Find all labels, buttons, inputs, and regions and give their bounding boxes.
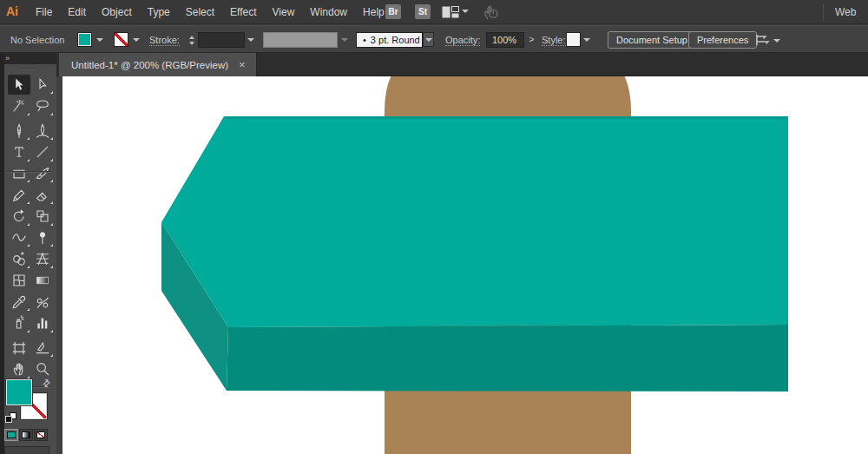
pen-icon [11,123,27,139]
document-tab[interactable]: Untitled-1* @ 200% (RGB/Preview) × [59,53,257,76]
artboard-icon [11,340,27,356]
brushes-panel-button[interactable]: Br [385,4,401,19]
menu-select[interactable]: Select [178,0,222,24]
tab-bar: Untitled-1* @ 200% (RGB/Preview) × [56,53,868,76]
scale-tool[interactable] [31,207,54,227]
tools-panel-grip[interactable] [21,68,36,69]
style-swatch[interactable] [566,32,581,47]
fill-color-swatch[interactable] [77,32,92,47]
flyout-indicator [50,180,53,182]
workspace-switcher[interactable]: Web [835,6,856,18]
symbol-sprayer-tool[interactable] [8,313,30,333]
flyout-indicator [50,91,53,94]
pen-tool[interactable] [8,121,30,141]
flyout-indicator [27,159,30,161]
style-chevron[interactable] [581,32,592,47]
banner-front-face[interactable] [227,325,788,391]
menu-edit[interactable]: Edit [60,0,94,24]
document-canvas[interactable] [56,76,868,454]
width-tool[interactable] [8,227,30,247]
color-mode-button[interactable] [4,429,18,441]
draw-modes-strip[interactable] [4,446,49,454]
puppet-warp-tool[interactable] [31,227,54,247]
hand-icon [11,361,27,377]
gradient-icon [35,273,50,288]
tab-close-icon[interactable]: × [239,59,246,70]
align-chevron[interactable] [773,39,780,43]
slice-tool[interactable] [31,338,54,358]
gradient-mode-button[interactable] [19,429,33,441]
brush-definition-chevron [339,32,350,47]
blend-tool[interactable] [31,292,54,312]
eraser-tool[interactable] [31,185,54,205]
variable-width-profile-chevron[interactable] [423,32,434,47]
rectangle-tool[interactable] [8,163,30,183]
fill-color-chevron[interactable] [94,32,105,47]
column-graph-tool[interactable] [31,313,54,333]
lasso-tool[interactable] [31,96,54,116]
eyedropper-tool[interactable] [8,292,30,312]
opacity-field[interactable]: 100% [486,32,524,48]
magic-wand-tool[interactable] [8,96,30,116]
arrange-documents-chevron[interactable] [462,10,469,13]
opacity-label[interactable]: Opacity: [445,35,480,46]
line-segment-tool[interactable] [31,142,54,162]
flyout-indicator [27,201,30,204]
artboard-tool[interactable] [8,338,30,358]
paintbrush-tool[interactable] [31,163,54,183]
menu-file[interactable]: File [28,0,60,24]
zoom-tool[interactable] [31,359,54,379]
artwork[interactable] [56,76,868,454]
line-icon [35,144,50,160]
direct-selection-tool[interactable] [31,75,54,95]
menu-window[interactable]: Window [302,0,355,24]
pencil-tool[interactable] [8,185,30,205]
arrange-documents-icon[interactable] [442,6,459,18]
selection-status: No Selection [10,35,64,45]
flyout-indicator [50,201,53,204]
gradient-mode-swatch [22,431,30,438]
style-label[interactable]: Style: [542,35,566,46]
graphic-styles-panel-button[interactable]: St [415,4,431,19]
variable-width-profile-field[interactable]: • 3 pt. Round [356,32,423,48]
rotate-icon [11,208,27,224]
tools-panel-header[interactable]: » [0,53,56,64]
direct-icon [35,77,50,93]
align-icon[interactable] [755,34,770,46]
collapse-panel-icon[interactable]: » [5,54,10,63]
menu-type[interactable]: Type [140,0,178,24]
builder-icon [11,251,27,266]
preferences-button[interactable]: Preferences [688,31,757,49]
gradient-tool[interactable] [31,270,54,290]
hand-tool[interactable] [8,359,30,379]
touch-workspace-icon[interactable] [481,3,500,21]
flyout-indicator [50,354,53,357]
slice-icon [35,340,50,356]
persp-icon [35,251,50,266]
rotate-tool[interactable] [8,207,30,227]
stroke-color-swatch[interactable] [114,32,128,47]
selection-tool[interactable] [8,75,30,95]
stroke-weight-field[interactable] [198,32,245,48]
stroke-color-chevron[interactable] [130,32,141,47]
shape-builder-tool[interactable] [8,249,30,269]
type-tool[interactable] [8,142,30,162]
stroke-weight-chevron[interactable] [245,32,256,47]
stroke-label[interactable]: Stroke: [149,35,180,46]
mesh-tool[interactable] [8,270,30,290]
flyout-indicator [27,180,30,182]
document-setup-button[interactable]: Document Setup [608,31,696,49]
perspective-grid-tool[interactable] [31,249,54,269]
fill-indicator[interactable] [6,379,32,405]
puppet-icon [35,230,50,246]
menu-view[interactable]: View [265,0,303,24]
none-mode-button[interactable] [34,429,48,441]
curvature-tool[interactable] [31,121,54,141]
default-fill-stroke-icon[interactable] [5,416,12,423]
menu-object[interactable]: Object [94,0,140,24]
opacity-expand-button[interactable]: > [526,32,537,48]
banner-top-face[interactable] [161,116,788,327]
menu-effect[interactable]: Effect [222,0,264,24]
eyedrop-icon [11,294,27,310]
stroke-weight-stepper[interactable] [187,32,196,48]
